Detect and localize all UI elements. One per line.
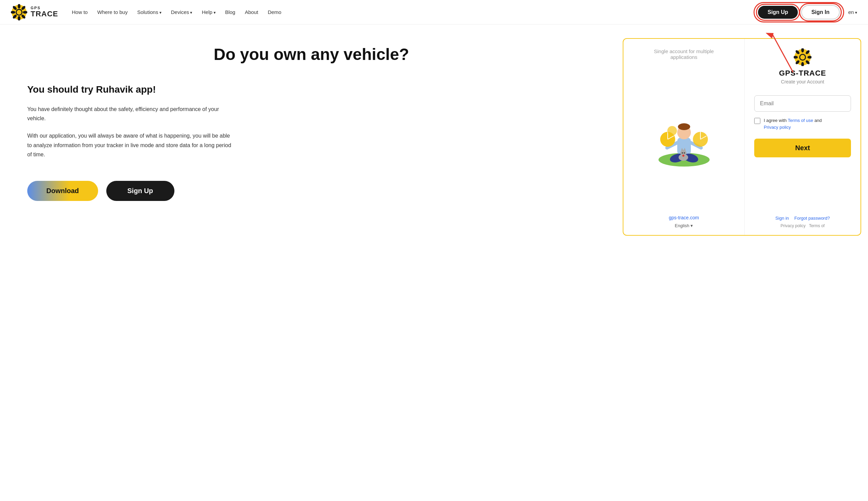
svg-point-25: [682, 152, 683, 153]
app-headline: You should try Ruhavik app!: [27, 84, 595, 95]
email-input[interactable]: [754, 95, 851, 112]
left-panel: Do you own any vehicle? You should try R…: [0, 24, 623, 501]
app-desc-2: With our application, you will always be…: [27, 131, 232, 159]
agree-text: I agree with Terms of use and Privacy po…: [764, 117, 822, 130]
forgot-password-link[interactable]: Forgot password?: [794, 216, 830, 221]
card-illustration: [647, 60, 721, 215]
signin-link[interactable]: Sign in: [775, 216, 789, 221]
card-subtitle: Single account for multiple applications: [653, 49, 715, 60]
app-desc-1: You have definitely thought about the sa…: [27, 105, 232, 123]
nav-devices[interactable]: Devices: [171, 9, 192, 15]
svg-point-27: [682, 154, 684, 157]
nav-demo[interactable]: Demo: [268, 9, 282, 15]
nav-about[interactable]: About: [245, 9, 258, 15]
agree-checkbox[interactable]: [754, 118, 760, 124]
download-button[interactable]: Download: [27, 181, 98, 201]
svg-point-26: [684, 152, 685, 153]
terms-of-use-link[interactable]: Terms of use: [788, 118, 813, 123]
signup-card: Single account for multiple applications: [623, 38, 861, 236]
header-actions: Sign Up Sign In en: [753, 2, 857, 22]
cta-box: Sign Up Sign In: [753, 2, 844, 22]
svg-point-16: [678, 123, 690, 130]
card-logo-name: GPS-TRACE: [779, 69, 826, 78]
signin-button-header[interactable]: Sign In: [801, 5, 840, 19]
page-title: Do you own any vehicle?: [27, 45, 595, 64]
nav-blog[interactable]: Blog: [225, 9, 235, 15]
signup-button-main[interactable]: Sign Up: [106, 181, 174, 201]
logo[interactable]: GPS TRACE: [11, 4, 58, 20]
card-footer-right: Sign in Forgot password?: [775, 216, 830, 221]
signup-button-header[interactable]: Sign Up: [758, 6, 797, 19]
svg-point-10: [17, 10, 21, 15]
nav-how-to[interactable]: How to: [72, 9, 88, 15]
next-button[interactable]: Next: [754, 139, 851, 157]
privacy-policy-footer[interactable]: Privacy policy: [781, 223, 805, 228]
logo-trace-text: TRACE: [31, 10, 58, 18]
terms-footer[interactable]: Terms of: [809, 223, 825, 228]
gps-trace-link[interactable]: gps-trace.com: [669, 215, 699, 220]
language-selector[interactable]: en: [848, 9, 857, 15]
main-nav: How to Where to buy Solutions Devices He…: [72, 9, 282, 15]
card-right: GPS-TRACE Create your Account I agree wi…: [745, 39, 860, 235]
language-selector-card[interactable]: English: [675, 223, 693, 228]
card-logo-icon: [794, 49, 812, 66]
header: GPS TRACE How to Where to buy Solutions …: [0, 0, 868, 24]
nav-solutions[interactable]: Solutions: [137, 9, 161, 15]
logo-icon: [11, 4, 27, 20]
card-left: Single account for multiple applications: [623, 39, 745, 235]
privacy-policy-link[interactable]: Privacy policy: [764, 125, 791, 130]
right-panel: Single account for multiple applications: [623, 24, 868, 501]
nav-help[interactable]: Help: [202, 9, 215, 15]
nav-where-to-buy[interactable]: Where to buy: [97, 9, 127, 15]
svg-point-34: [667, 126, 677, 136]
agree-row: I agree with Terms of use and Privacy po…: [754, 117, 851, 130]
card-logo-sub: Create your Account: [781, 79, 824, 84]
main-content: Do you own any vehicle? You should try R…: [0, 24, 868, 501]
cta-buttons: Download Sign Up: [27, 181, 595, 201]
svg-point-45: [800, 55, 805, 60]
card-footer-links: Privacy policy Terms of: [781, 223, 824, 228]
card-footer-left: gps-trace.com English: [669, 215, 699, 228]
